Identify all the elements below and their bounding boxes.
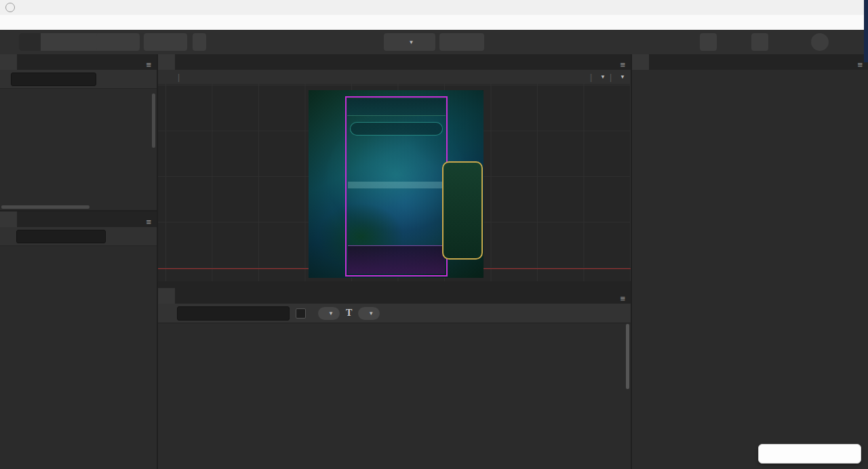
hierarchy-toolbar xyxy=(0,70,157,89)
scene-panel-footer xyxy=(158,281,631,288)
panel-menu-icon[interactable]: ≡ xyxy=(146,60,151,70)
assets-panel: ≡ xyxy=(0,211,157,469)
scene-tabbar: ≡ xyxy=(158,54,631,70)
toolbar-separator: | xyxy=(178,73,180,82)
tab-animation-editor[interactable] xyxy=(175,288,192,304)
screen-edge-strip xyxy=(864,0,868,62)
toolbar-separator: | xyxy=(590,73,592,82)
console-panel: ≡ ▼ T ▼ xyxy=(158,288,631,469)
inspector-panel: ≡ xyxy=(632,54,868,469)
toolbar-separator: | xyxy=(610,73,612,82)
chevron-down-icon: ▼ xyxy=(600,74,606,80)
game-tabbar xyxy=(350,122,443,136)
scale-tool-button[interactable] xyxy=(62,33,84,51)
play-button[interactable] xyxy=(439,33,461,51)
hierarchy-search-input[interactable] xyxy=(11,73,96,86)
hierarchy-tree xyxy=(0,92,153,205)
panel-menu-icon[interactable]: ≡ xyxy=(620,293,625,304)
cocos-logo-icon xyxy=(5,3,15,12)
tab-inspector[interactable] xyxy=(632,54,649,70)
inspector-tabbar: ≡ xyxy=(632,54,868,70)
pivot-mode-button[interactable] xyxy=(96,33,118,51)
hierarchy-vscrollbar[interactable] xyxy=(152,94,155,148)
panel-menu-icon[interactable]: ≡ xyxy=(146,217,151,227)
hierarchy-panel: ≡ xyxy=(0,54,157,210)
rotate-tool-button[interactable] xyxy=(41,33,62,51)
preview-control-group xyxy=(439,33,484,51)
chevron-down-icon: ▼ xyxy=(328,310,334,317)
game-topbar xyxy=(347,99,446,116)
game-ribbon xyxy=(348,182,445,188)
tab-assets[interactable] xyxy=(0,211,17,227)
cocos-creator-window: ▼ ≡ xyxy=(0,0,868,469)
font-size-dropdown[interactable]: ▼ xyxy=(358,307,380,320)
maximize-button[interactable] xyxy=(810,0,837,15)
game-bottombar xyxy=(348,245,445,274)
gizmo-position-group xyxy=(96,33,140,51)
regex-checkbox[interactable] xyxy=(296,308,306,319)
console-log-list xyxy=(158,323,631,469)
log-level-dropdown[interactable]: ▼ xyxy=(318,307,340,320)
transform-tool-group xyxy=(19,33,106,51)
game-preview xyxy=(309,90,484,278)
main-toolbar: ▼ xyxy=(0,30,868,55)
gizmo-rotation-group xyxy=(144,33,187,51)
menu-bar xyxy=(0,15,868,30)
scene-toolbar: | | ▼ | ▼ xyxy=(158,70,631,85)
refresh-preview-button[interactable] xyxy=(461,33,483,51)
3d-mode-button[interactable] xyxy=(193,33,206,51)
open-editor-button[interactable] xyxy=(751,33,768,51)
window-titlebar xyxy=(0,0,868,15)
global-gizmo-button[interactable] xyxy=(165,33,187,51)
tab-hierarchy[interactable] xyxy=(0,54,17,70)
canvas-selection-border xyxy=(345,96,448,277)
tab-console[interactable] xyxy=(158,288,175,304)
tab-scene-editor[interactable] xyxy=(158,54,175,70)
scene-panel: ≡ | | ▼ | ▼ xyxy=(158,54,631,288)
ime-toolbar[interactable] xyxy=(758,444,861,464)
panel-menu-icon[interactable]: ≡ xyxy=(620,60,625,70)
console-tabbar: ≡ xyxy=(158,288,631,304)
chevron-down-icon: ▼ xyxy=(409,39,414,45)
console-scrollbar[interactable] xyxy=(626,324,629,389)
tab-cloud-function[interactable] xyxy=(17,211,34,227)
open-project-button[interactable] xyxy=(700,33,717,51)
game-side-menu xyxy=(442,161,483,260)
tab-game-preview[interactable] xyxy=(192,288,209,304)
move-tool-button[interactable] xyxy=(19,33,41,51)
scene-canvas[interactable] xyxy=(158,84,631,281)
assets-tabbar: ≡ xyxy=(0,211,157,227)
close-button[interactable] xyxy=(837,0,864,15)
anchor-mode-button[interactable] xyxy=(118,33,140,51)
assets-tree xyxy=(0,251,153,469)
preview-address xyxy=(541,30,549,54)
console-filterbar: ▼ T ▼ xyxy=(158,304,631,323)
assets-search-input[interactable] xyxy=(16,230,106,243)
preview-target-dropdown[interactable]: ▼ xyxy=(384,33,435,51)
assets-toolbar xyxy=(0,227,157,246)
help-button[interactable] xyxy=(811,33,829,51)
chevron-down-icon: ▼ xyxy=(620,74,625,80)
console-filter-input[interactable] xyxy=(177,306,290,321)
hierarchy-hscrollbar[interactable] xyxy=(1,205,90,209)
hierarchy-tabbar: ≡ xyxy=(0,54,157,70)
chevron-down-icon: ▼ xyxy=(368,310,374,317)
local-gizmo-button[interactable] xyxy=(144,33,165,51)
font-size-icon: T xyxy=(346,308,352,319)
minimize-button[interactable] xyxy=(783,0,810,15)
panel-menu-icon[interactable]: ≡ xyxy=(857,60,863,70)
